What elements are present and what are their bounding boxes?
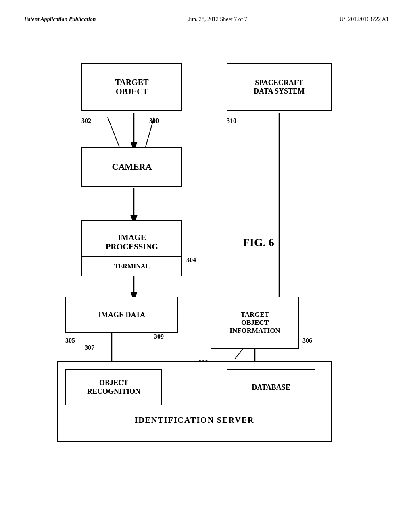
database-label: DATABASE	[252, 383, 290, 392]
camera-label: CAMERA	[112, 162, 152, 172]
image-data-label: IMAGE DATA	[98, 311, 145, 319]
page: Patent Application Publication Jun. 28, …	[0, 0, 413, 532]
database-box: DATABASE	[227, 369, 315, 405]
label-309: 309	[154, 333, 164, 340]
object-recognition-label: OBJECTRECOGNITION	[87, 379, 140, 396]
target-object-info-label: TARGETOBJECTINFORMATION	[229, 311, 280, 335]
label-310: 310	[227, 117, 236, 125]
camera-box: CAMERA	[81, 147, 182, 187]
label-306: 306	[302, 337, 312, 344]
fig-label: FIG. 6	[243, 236, 274, 249]
object-recognition-box: OBJECTRECOGNITION	[65, 369, 162, 405]
header-patent-number: US 2012/0163722 A1	[340, 16, 389, 23]
label-307: 307	[85, 344, 94, 351]
spacecraft-label: SPACECRAFT DATA SYSTEM	[254, 79, 305, 96]
svg-line-15	[235, 349, 243, 359]
target-object-info-box: TARGETOBJECTINFORMATION	[211, 297, 299, 349]
terminal-label: TERMINAL	[114, 263, 150, 270]
label-302: 302	[81, 117, 91, 125]
label-304: 304	[186, 256, 196, 264]
diagram: TARGET OBJECT SPACECRAFT DATA SYSTEM 302…	[41, 39, 372, 474]
svg-line-11	[108, 117, 120, 148]
target-object-label: TARGET OBJECT	[115, 78, 149, 96]
image-data-box: IMAGE DATA	[65, 297, 178, 333]
header-date-sheet: Jun. 28, 2012 Sheet 7 of 7	[188, 16, 247, 23]
label-305: 305	[65, 337, 75, 344]
spacecraft-box: SPACECRAFT DATA SYSTEM	[227, 63, 332, 111]
page-header: Patent Application Publication Jun. 28, …	[24, 16, 389, 23]
target-object-box: TARGET OBJECT	[81, 63, 182, 111]
id-server-label: IDENTIFICATION SERVER	[57, 416, 332, 425]
image-processing-label: IMAGEPROCESSING	[106, 233, 158, 251]
terminal-box: TERMINAL	[81, 256, 182, 276]
label-300: 300	[149, 117, 159, 125]
header-publication: Patent Application Publication	[24, 16, 96, 23]
